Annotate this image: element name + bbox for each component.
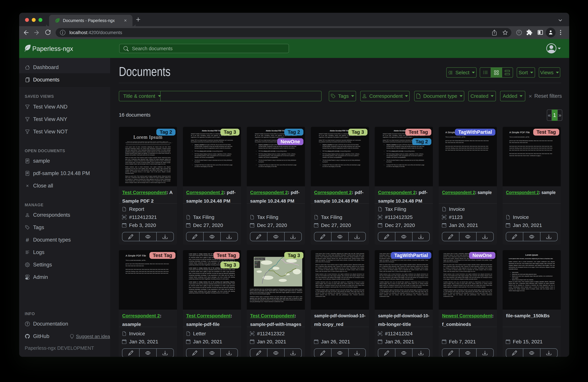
svg-text:Legend: Legend — [255, 261, 258, 262]
svg-text:Boundary Waters Trip: Boundary Waters Trip — [255, 258, 266, 260]
